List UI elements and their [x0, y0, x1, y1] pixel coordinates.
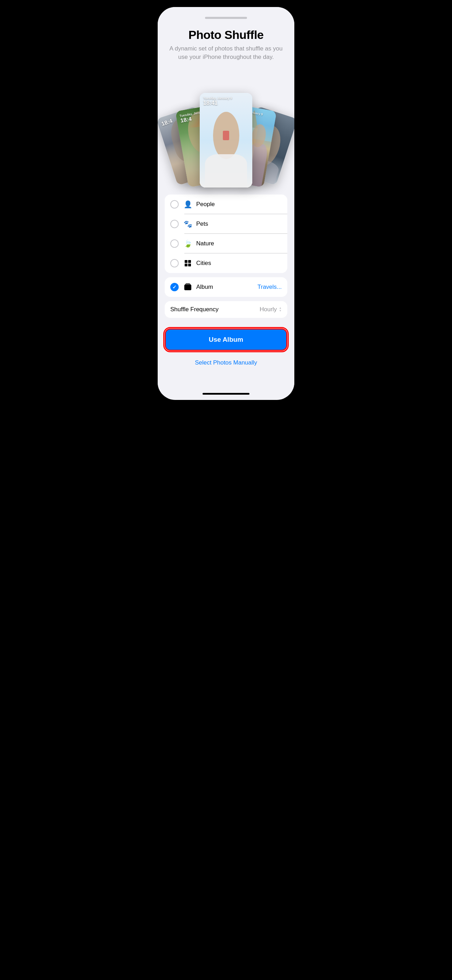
phone-frame: Photo Shuffle A dynamic set of photos th…: [158, 7, 294, 400]
album-icon: [183, 282, 193, 292]
album-label: Album: [196, 283, 258, 291]
category-options: ✓ 👤 People ✓ 🐾 Pets ✓ 🍃 Nature: [165, 194, 287, 273]
svg-rect-3: [188, 264, 191, 266]
option-people[interactable]: ✓ 👤 People: [165, 194, 287, 214]
option-album[interactable]: ✓ Album Travels...: [165, 277, 287, 297]
option-nature-label: Nature: [196, 240, 282, 247]
radio-people[interactable]: ✓: [170, 200, 179, 208]
page-title: Photo Shuffle: [165, 28, 287, 42]
radio-nature[interactable]: ✓: [170, 239, 179, 248]
album-detail[interactable]: Travels...: [258, 283, 282, 291]
page-subtitle: A dynamic set of photos that shuffle as …: [165, 45, 287, 61]
option-cities[interactable]: ✓ Cities: [165, 253, 287, 273]
option-pets[interactable]: ✓ 🐾 Pets: [165, 214, 287, 234]
select-manually-button[interactable]: Select Photos Manually: [165, 354, 287, 372]
nature-icon: 🍃: [183, 239, 193, 248]
option-cities-label: Cities: [196, 260, 282, 267]
radio-pets[interactable]: ✓: [170, 220, 179, 228]
main-content: Photo Shuffle A dynamic set of photos th…: [158, 28, 294, 390]
photo-time-3: 18:41: [203, 100, 232, 106]
pets-icon: 🐾: [183, 219, 193, 229]
radio-cities[interactable]: ✓: [170, 259, 179, 267]
option-people-label: People: [196, 201, 282, 208]
photo-date-3: Tuesday, January 9: [203, 96, 232, 100]
svg-rect-2: [185, 264, 188, 266]
photo-stack: 18:4 Tuesday, January 18:4: [161, 68, 291, 188]
album-container: ✓ Album Travels...: [165, 277, 287, 297]
frequency-label: Shuffle Frequency: [170, 306, 259, 313]
chevron-updown-icon: ▲ ▼: [279, 307, 282, 312]
svg-rect-4: [184, 285, 191, 290]
use-album-button[interactable]: Use Album: [165, 328, 287, 351]
option-pets-label: Pets: [196, 221, 282, 228]
frequency-row[interactable]: Shuffle Frequency Hourly ▲ ▼: [165, 301, 287, 318]
svg-rect-6: [186, 283, 190, 284]
notch-pill: [205, 17, 247, 19]
people-icon: 👤: [183, 199, 193, 209]
photo-card-3: Tuesday, January 9 18:41: [200, 93, 252, 188]
radio-album[interactable]: ✓: [170, 283, 179, 291]
frequency-value[interactable]: Hourly ▲ ▼: [259, 306, 282, 313]
home-indicator: [202, 393, 250, 395]
svg-rect-0: [185, 260, 188, 263]
frequency-container: Shuffle Frequency Hourly ▲ ▼: [165, 301, 287, 318]
svg-rect-1: [188, 260, 191, 263]
photo-time-1: 18:4: [161, 118, 173, 127]
option-nature[interactable]: ✓ 🍃 Nature: [165, 234, 287, 253]
cities-icon: [183, 258, 193, 268]
frequency-current-value: Hourly: [259, 306, 277, 313]
status-bar: [158, 7, 294, 24]
bottom-section: Use Album Select Photos Manually: [165, 328, 287, 375]
